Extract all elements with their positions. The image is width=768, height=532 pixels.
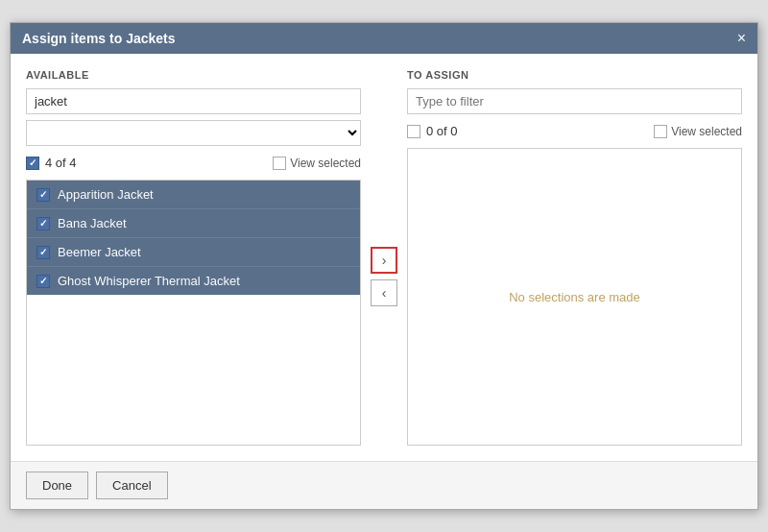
- to-assign-view-selected-checkbox: [654, 125, 667, 138]
- dialog-header: Assign items to Jackets ×: [11, 23, 757, 54]
- item-checkbox[interactable]: [36, 246, 50, 259]
- available-view-selected-label: View selected: [290, 157, 361, 170]
- to-assign-count-area: 0 of 0: [407, 124, 458, 138]
- item-label: Apparition Jacket: [58, 187, 154, 202]
- to-assign-label: TO ASSIGN: [407, 69, 742, 81]
- list-item[interactable]: Bana Jacket: [27, 209, 360, 238]
- dialog-body: AVAILABLE 4 of 4 View selected: [11, 54, 757, 461]
- select-info-row: 4 of 4 View selected: [26, 152, 361, 174]
- assign-forward-button[interactable]: ›: [371, 247, 397, 274]
- item-label: Beemer Jacket: [58, 245, 141, 259]
- to-assign-view-selected-label: View selected: [671, 125, 742, 138]
- item-checkbox[interactable]: [36, 217, 50, 230]
- view-selected-checkbox: [273, 157, 286, 170]
- item-label: Ghost Whisperer Thermal Jacket: [58, 274, 240, 288]
- select-all-area: 4 of 4: [26, 156, 77, 170]
- done-button[interactable]: Done: [26, 472, 88, 499]
- dialog-title: Assign items to Jackets: [22, 31, 176, 46]
- list-item[interactable]: Ghost Whisperer Thermal Jacket: [27, 267, 360, 295]
- to-assign-view-selected-button[interactable]: View selected: [654, 125, 742, 138]
- select-all-checkbox[interactable]: [26, 157, 39, 170]
- search-input[interactable]: [26, 88, 361, 114]
- to-assign-info-row: 0 of 0 View selected: [407, 120, 742, 142]
- list-item[interactable]: Beemer Jacket: [27, 238, 360, 267]
- item-label: Bana Jacket: [58, 216, 127, 230]
- dialog-footer: Done Cancel: [11, 461, 757, 509]
- to-assign-panel: TO ASSIGN 0 of 0 View selected No select…: [407, 69, 742, 446]
- cancel-button[interactable]: Cancel: [96, 472, 167, 499]
- dropdown-row: [26, 120, 361, 146]
- close-button[interactable]: ×: [737, 31, 746, 46]
- item-checkbox[interactable]: [36, 275, 50, 288]
- filter-input[interactable]: [407, 88, 742, 114]
- back-arrow-icon: ‹: [382, 285, 387, 301]
- forward-arrow-icon: ›: [382, 253, 387, 268]
- assign-dialog: Assign items to Jackets × AVAILABLE 4 of…: [10, 22, 758, 510]
- available-items-list: Apparition Jacket Bana Jacket Beemer Jac…: [26, 180, 361, 446]
- available-label: AVAILABLE: [26, 69, 361, 81]
- to-assign-list: No selections are made: [407, 148, 742, 446]
- available-count: 4 of 4: [45, 156, 77, 170]
- category-dropdown[interactable]: [26, 120, 361, 146]
- assign-back-button[interactable]: ‹: [371, 279, 397, 306]
- item-checkbox[interactable]: [36, 188, 50, 202]
- available-panel: AVAILABLE 4 of 4 View selected: [26, 69, 361, 446]
- no-selections-text: No selections are made: [509, 290, 640, 304]
- to-assign-select-all-checkbox[interactable]: [407, 125, 420, 138]
- available-view-selected-button[interactable]: View selected: [273, 157, 361, 170]
- list-item[interactable]: Apparition Jacket: [27, 181, 360, 209]
- middle-controls: › ‹: [371, 69, 397, 446]
- to-assign-count: 0 of 0: [426, 124, 458, 138]
